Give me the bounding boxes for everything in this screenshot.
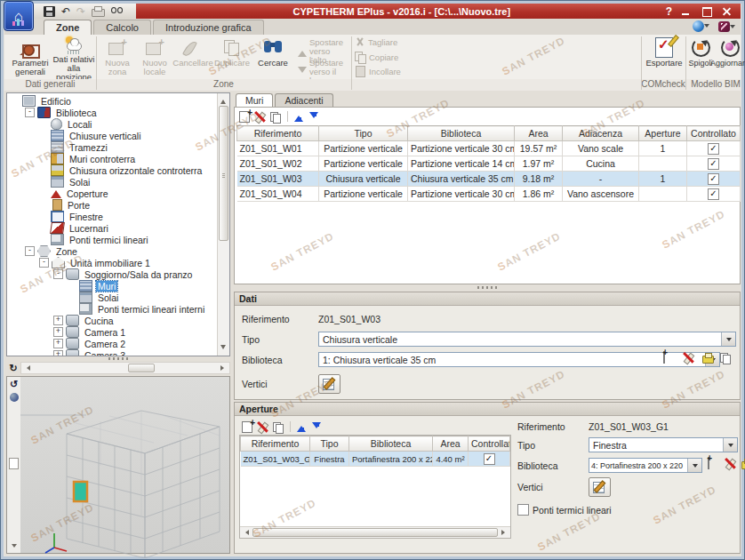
tree-item-biblioteca[interactable]: -Biblioteca xyxy=(7,107,217,118)
tree-item-solai-zona[interactable]: Solai xyxy=(7,292,217,303)
col-riferimento[interactable]: Riferimento xyxy=(241,436,310,452)
tree-item-finestre[interactable]: Finestre xyxy=(7,211,217,222)
table-row[interactable]: Z01_S01_W04 Partizione verticale Partizi… xyxy=(237,187,741,202)
biblioteca-dropdown[interactable]: 4: Portafinestra 200 x 220 xyxy=(589,458,702,473)
tree-item-porte[interactable]: Porte xyxy=(7,199,217,211)
delete-icon[interactable] xyxy=(256,421,268,433)
undo-icon[interactable]: ↶ xyxy=(61,6,70,17)
copy-icon[interactable] xyxy=(272,421,284,433)
tree-item-ponti-interni[interactable]: Ponti termici lineari interni xyxy=(7,303,217,315)
checkbox[interactable]: ✓ xyxy=(708,158,719,170)
scroll-right-icon[interactable] xyxy=(501,530,508,535)
chevron-down-icon[interactable] xyxy=(12,544,17,550)
esportare-button[interactable]: Esportare xyxy=(644,36,685,77)
preview-icon[interactable] xyxy=(111,7,123,18)
cercare-button[interactable]: Cercare xyxy=(253,36,292,77)
scroll-right-icon[interactable] xyxy=(220,365,227,371)
tab-adiacenti[interactable]: Adiacenti xyxy=(275,93,332,107)
aggiornare-button[interactable]: Aggiornare xyxy=(715,36,745,77)
tree-item-lucernari[interactable]: Lucernari xyxy=(7,222,217,234)
print-icon[interactable] xyxy=(702,356,714,364)
tree-item-cucina[interactable]: +Cucina xyxy=(7,315,217,326)
biblioteca-dropdown[interactable]: 1: Chiusura verticale 35 cm xyxy=(318,352,720,367)
tab-introduzione-grafica[interactable]: Introduzione grafica xyxy=(153,20,264,35)
expand-icon[interactable]: + xyxy=(53,327,63,337)
tipo-dropdown[interactable]: Finestra xyxy=(589,437,738,452)
scrollbar-thumb[interactable] xyxy=(219,106,228,241)
aperture-horizontal-scrollbar[interactable] xyxy=(240,526,510,538)
tree-item-edificio[interactable]: Edificio xyxy=(7,95,217,107)
minimize-button[interactable] xyxy=(680,6,693,16)
model-3d-view[interactable]: ↺ xyxy=(6,376,230,554)
scrollbar-thumb[interactable] xyxy=(128,364,155,372)
tree-item-chiusure-verticali[interactable]: Chiusure verticali xyxy=(7,130,217,141)
tree-item-chiusura-orizzontale[interactable]: Chiusura orizzontale controterra xyxy=(7,164,217,176)
tree-item-camera-1[interactable]: +Camera 1 xyxy=(7,326,217,338)
tree-item-unita-immobiliare[interactable]: -Unità immobiliare 1 xyxy=(7,257,217,268)
layer-page-icon[interactable] xyxy=(9,458,19,469)
table-row[interactable]: Z01_S01_W01 Partizione verticale Partizi… xyxy=(237,141,741,156)
tree-item-camera-2[interactable]: +Camera 2 xyxy=(7,338,217,349)
view-mode-icon[interactable] xyxy=(10,393,19,402)
table-row-selected[interactable]: Z01_S01_W03_G1 Finestra Portafinestra 20… xyxy=(241,452,510,467)
save-icon[interactable] xyxy=(44,6,55,17)
tab-calcolo[interactable]: Calcolo xyxy=(93,20,151,35)
tree-item-muri-controterra[interactable]: Muri controterra xyxy=(7,153,217,164)
col-adiacenza[interactable]: Adiacenza xyxy=(563,126,639,141)
scroll-left-icon[interactable] xyxy=(24,365,30,371)
globe-menu[interactable] xyxy=(693,20,709,32)
docs-menu[interactable] xyxy=(718,21,735,32)
move-up-icon[interactable] xyxy=(296,421,308,433)
col-controllato[interactable]: Controllato xyxy=(469,436,510,452)
move-down-icon[interactable] xyxy=(311,421,323,433)
checkbox[interactable]: ✓ xyxy=(708,188,719,200)
checkbox[interactable]: ✓ xyxy=(708,143,719,155)
spigoli-button[interactable]: Spigoli xyxy=(686,36,715,77)
collapse-icon[interactable]: - xyxy=(53,269,63,279)
rotate-icon[interactable]: ↻ xyxy=(6,363,20,374)
tree-vertical-scrollbar[interactable] xyxy=(217,93,229,356)
tree-item-tramezzi[interactable]: Tramezzi xyxy=(7,141,217,153)
tree-splitter[interactable] xyxy=(6,356,230,361)
move-up-icon[interactable] xyxy=(293,111,305,123)
wireframe-canvas[interactable] xyxy=(20,377,229,553)
tree-item-ponti-termici[interactable]: Ponti termici lineari xyxy=(7,234,217,245)
tree-horizontal-scrollbar[interactable] xyxy=(20,362,230,374)
print-icon[interactable] xyxy=(741,461,745,469)
col-biblioteca[interactable]: Biblioteca xyxy=(349,436,433,452)
col-area[interactable]: Area xyxy=(515,126,563,141)
chevron-down-icon[interactable] xyxy=(723,438,737,452)
tree-item-solai[interactable]: Solai xyxy=(7,176,217,188)
tree-item-locali[interactable]: Locali xyxy=(7,118,217,130)
add-icon[interactable] xyxy=(239,111,250,123)
col-tipo[interactable]: Tipo xyxy=(310,436,349,452)
checkbox[interactable]: ✓ xyxy=(708,173,719,185)
ponti-termici-checkbox-row[interactable]: Ponti termici lineari xyxy=(517,504,612,516)
scroll-down-icon[interactable] xyxy=(220,345,226,352)
vertici-button[interactable] xyxy=(318,374,340,394)
checkbox[interactable]: ✓ xyxy=(484,453,495,465)
tree-item-muri[interactable]: Muri xyxy=(7,280,217,292)
parametri-generali-button[interactable]: Parametri generali xyxy=(10,36,51,77)
copy-icon[interactable] xyxy=(269,111,282,123)
expand-icon[interactable]: + xyxy=(53,316,63,325)
col-riferimento[interactable]: Riferimento xyxy=(237,126,319,141)
orbit-icon[interactable]: ↺ xyxy=(10,379,18,390)
col-tipo[interactable]: Tipo xyxy=(319,126,408,141)
chevron-down-icon[interactable] xyxy=(721,332,735,346)
tipo-dropdown[interactable]: Chiusura verticale xyxy=(318,332,736,347)
delete-icon[interactable] xyxy=(253,111,266,123)
col-aperture[interactable]: Aperture xyxy=(639,126,687,141)
collapse-icon[interactable]: - xyxy=(25,246,35,256)
close-button[interactable] xyxy=(721,6,733,16)
tree-item-zone[interactable]: -Zone xyxy=(7,245,217,257)
dati-posizione-button[interactable]: Dati relativi alla posizione xyxy=(51,36,97,77)
tree-item-soggiorno[interactable]: -Soggiorno/Sala da pranzo xyxy=(7,268,217,280)
tab-muri[interactable]: Muri xyxy=(236,93,273,108)
table-row[interactable]: Z01_S01_W02 Partizione verticale Partizi… xyxy=(237,156,741,172)
help-button[interactable]: ? xyxy=(666,5,672,18)
panel-splitter[interactable] xyxy=(234,283,741,292)
add-library-icon[interactable] xyxy=(708,457,709,469)
add-icon[interactable] xyxy=(242,421,252,433)
checkbox[interactable] xyxy=(517,504,529,516)
